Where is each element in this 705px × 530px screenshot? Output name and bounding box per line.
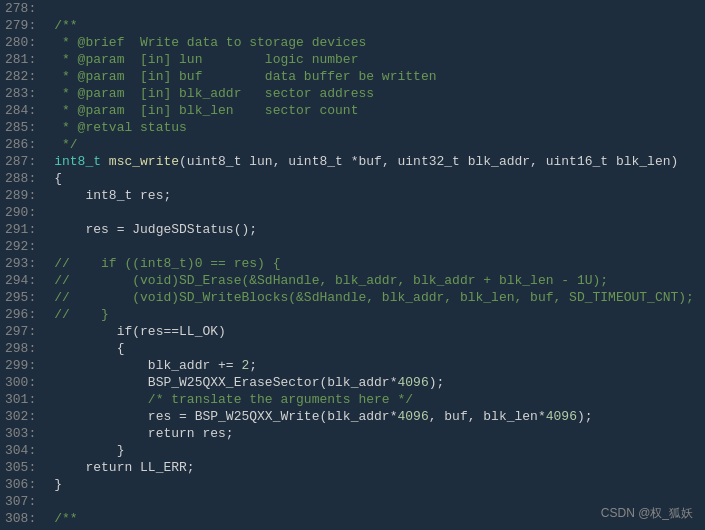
code-line: 288:{ — [0, 170, 705, 187]
line-number: 301: — [0, 391, 46, 408]
line-number: 308: — [0, 510, 46, 527]
line-number: 289: — [0, 187, 46, 204]
line-number: 298: — [0, 340, 46, 357]
line-content: * @brief Write data to storage devices — [46, 34, 705, 51]
line-content: int8_t res; — [46, 187, 705, 204]
line-number: 299: — [0, 357, 46, 374]
code-line: 304: } — [0, 442, 705, 459]
code-line: 306:} — [0, 476, 705, 493]
line-content: } — [46, 476, 705, 493]
line-number: 297: — [0, 323, 46, 340]
line-content: * @param [in] lun logic number — [46, 51, 705, 68]
line-content: BSP_W25QXX_EraseSector(blk_addr*4096); — [46, 374, 705, 391]
code-line: 307: — [0, 493, 705, 510]
code-line: 286: */ — [0, 136, 705, 153]
line-number: 296: — [0, 306, 46, 323]
line-number: 293: — [0, 255, 46, 272]
line-number: 300: — [0, 374, 46, 391]
line-content: /* translate the arguments here */ — [46, 391, 705, 408]
line-content: } — [46, 442, 705, 459]
code-line: 292: — [0, 238, 705, 255]
code-line: 305: return LL_ERR; — [0, 459, 705, 476]
line-content — [46, 238, 705, 255]
line-number: 287: — [0, 153, 46, 170]
line-content: */ — [46, 136, 705, 153]
line-number: 302: — [0, 408, 46, 425]
line-content: /** — [46, 17, 705, 34]
code-line: 287:int8_t msc_write(uint8_t lun, uint8_… — [0, 153, 705, 170]
line-content: // (void)SD_WriteBlocks(&SdHandle, blk_a… — [46, 289, 705, 306]
line-number: 286: — [0, 136, 46, 153]
code-line: 291: res = JudgeSDStatus(); — [0, 221, 705, 238]
code-container: 278: 279:/**280: * @brief Write data to … — [0, 0, 705, 530]
line-number: 279: — [0, 17, 46, 34]
watermark: CSDN @权_狐妖 — [601, 505, 693, 522]
line-content: if(res==LL_OK) — [46, 323, 705, 340]
code-line: 281: * @param [in] lun logic number — [0, 51, 705, 68]
line-content: return res; — [46, 425, 705, 442]
code-line: 289: int8_t res; — [0, 187, 705, 204]
line-content: res = BSP_W25QXX_Write(blk_addr*4096, bu… — [46, 408, 705, 425]
code-area: 278: 279:/**280: * @brief Write data to … — [0, 0, 705, 530]
line-content: blk_addr += 2; — [46, 357, 705, 374]
line-number: 283: — [0, 85, 46, 102]
code-line: 285: * @retval status — [0, 119, 705, 136]
code-line: 299: blk_addr += 2; — [0, 357, 705, 374]
code-line: 282: * @param [in] buf data buffer be wr… — [0, 68, 705, 85]
code-line: 284: * @param [in] blk_len sector count — [0, 102, 705, 119]
line-content: * @param [in] buf data buffer be written — [46, 68, 705, 85]
line-content: * @param [in] blk_len sector count — [46, 102, 705, 119]
line-number: 291: — [0, 221, 46, 238]
code-line: 279:/** — [0, 17, 705, 34]
code-line: 308:/** — [0, 510, 705, 527]
line-content: // if ((int8_t)0 == res) { — [46, 255, 705, 272]
code-line: 295:// (void)SD_WriteBlocks(&SdHandle, b… — [0, 289, 705, 306]
code-line: 296:// } — [0, 306, 705, 323]
code-line: 297: if(res==LL_OK) — [0, 323, 705, 340]
line-number: 303: — [0, 425, 46, 442]
code-line: 294:// (void)SD_Erase(&SdHandle, blk_add… — [0, 272, 705, 289]
line-number: 290: — [0, 204, 46, 221]
line-content: * @retval status — [46, 119, 705, 136]
line-number: 278: — [0, 0, 46, 17]
line-content: // } — [46, 306, 705, 323]
code-line: 290: — [0, 204, 705, 221]
code-line: 301: /* translate the arguments here */ — [0, 391, 705, 408]
line-number: 288: — [0, 170, 46, 187]
line-number: 294: — [0, 272, 46, 289]
line-number: 306: — [0, 476, 46, 493]
line-content: int8_t msc_write(uint8_t lun, uint8_t *b… — [46, 153, 705, 170]
line-content: * @param [in] blk_addr sector address — [46, 85, 705, 102]
code-line: 300: BSP_W25QXX_EraseSector(blk_addr*409… — [0, 374, 705, 391]
line-number: 292: — [0, 238, 46, 255]
line-number: 285: — [0, 119, 46, 136]
line-number: 284: — [0, 102, 46, 119]
line-content: { — [46, 340, 705, 357]
line-content: return LL_ERR; — [46, 459, 705, 476]
code-line: 278: — [0, 0, 705, 17]
line-number: 307: — [0, 493, 46, 510]
line-number: 280: — [0, 34, 46, 51]
line-number: 305: — [0, 459, 46, 476]
line-content: { — [46, 170, 705, 187]
line-number: 295: — [0, 289, 46, 306]
line-content: // (void)SD_Erase(&SdHandle, blk_addr, b… — [46, 272, 705, 289]
line-content — [46, 0, 705, 17]
code-line: 280: * @brief Write data to storage devi… — [0, 34, 705, 51]
code-line: 298: { — [0, 340, 705, 357]
code-line: 302: res = BSP_W25QXX_Write(blk_addr*409… — [0, 408, 705, 425]
code-line: 293:// if ((int8_t)0 == res) { — [0, 255, 705, 272]
code-line: 303: return res; — [0, 425, 705, 442]
line-content: res = JudgeSDStatus(); — [46, 221, 705, 238]
line-number: 282: — [0, 68, 46, 85]
line-number: 304: — [0, 442, 46, 459]
line-content — [46, 204, 705, 221]
line-number: 281: — [0, 51, 46, 68]
code-line: 283: * @param [in] blk_addr sector addre… — [0, 85, 705, 102]
